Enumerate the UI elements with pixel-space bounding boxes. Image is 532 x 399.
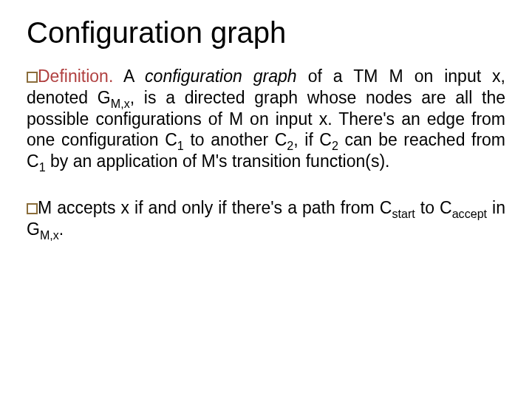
p2-text-a: M accepts x if and only if there's a pat… xyxy=(38,198,392,217)
sub-1a: 1 xyxy=(177,139,184,152)
p2-text-b: to C xyxy=(415,198,452,217)
sub-accept: accept xyxy=(452,206,487,219)
p1-text-e: , if C xyxy=(293,130,332,149)
config-graph-phrase: configuration graph xyxy=(145,66,297,86)
definition-label: Definition. xyxy=(38,66,113,86)
acceptance-paragraph: M accepts x if and only if there's a pat… xyxy=(27,197,505,240)
p1-text-g: by an application of M's transition func… xyxy=(46,151,390,171)
sub-mx-2: M,x xyxy=(40,228,59,241)
p1-text-a: A xyxy=(113,66,145,86)
bullet-box-icon xyxy=(27,203,38,214)
definition-paragraph: Definition. A configuration graph of a T… xyxy=(27,66,505,172)
sub-start: start xyxy=(392,206,415,219)
bullet-box-icon xyxy=(27,72,38,83)
sub-mx-1: M,x xyxy=(111,96,130,109)
slide-title: Configuration graph xyxy=(27,16,505,50)
p2-text-d: . xyxy=(59,219,64,239)
p1-text-d: to another C xyxy=(184,130,287,149)
sub-2b: 2 xyxy=(332,139,338,152)
sub-1b: 1 xyxy=(39,160,46,174)
sub-2a: 2 xyxy=(287,139,293,152)
